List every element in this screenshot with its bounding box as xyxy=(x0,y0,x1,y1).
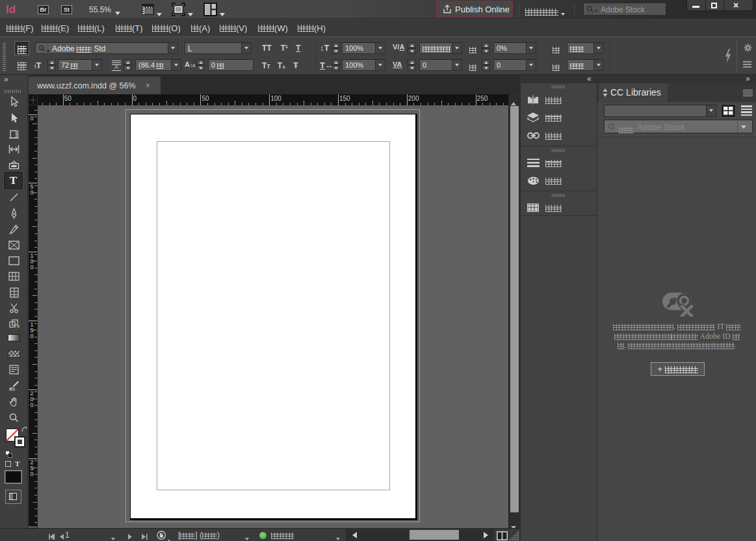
svg-text:A: A xyxy=(114,64,118,70)
